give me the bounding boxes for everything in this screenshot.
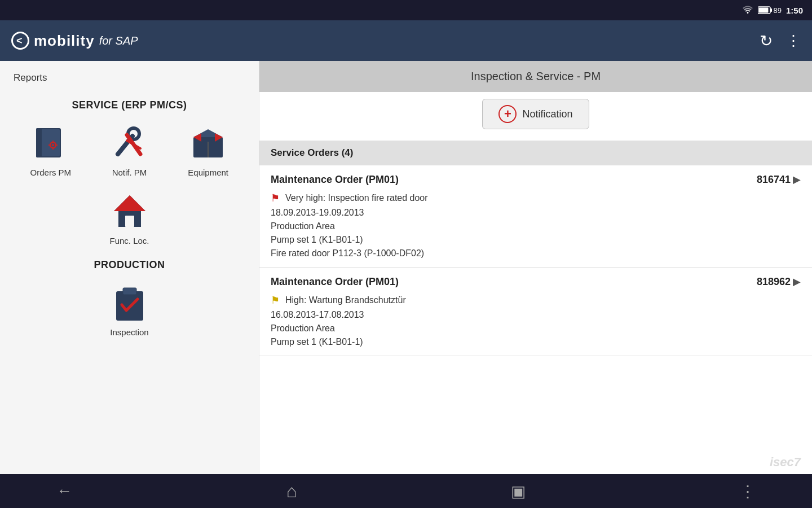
refresh-icon[interactable]: ↻ (760, 32, 773, 50)
sidebar-item-equipment[interactable]: Equipment (177, 122, 239, 177)
order-2-area: Production Area (271, 323, 335, 334)
service-orders-header: Service Orders (4) (259, 141, 812, 165)
app-bar: < mobility for SAP ↻ ⋮ (0, 20, 812, 61)
sidebar-item-notif-pm[interactable]: Notif. PM (98, 122, 160, 177)
more-options-button[interactable]: ⋮ (740, 482, 756, 501)
notification-btn-wrapper: + Notification (259, 99, 812, 129)
order-2-pump: Pump set 1 (K1-B01-1) (271, 337, 363, 347)
svg-text:<: < (16, 35, 23, 46)
svg-marker-24 (114, 195, 145, 211)
order-1-type: Maintenance Order (PM01) (271, 174, 399, 186)
order-1-priority-flag: ⚑ (271, 192, 280, 204)
app-bar-actions: ↻ ⋮ (760, 32, 801, 50)
logo-for-sap: for SAP (99, 34, 138, 47)
production-icon-grid: Inspection (0, 282, 259, 337)
orders-pm-label: Orders PM (30, 168, 72, 177)
bottom-nav: ← ⌂ ▣ ⋮ (0, 474, 812, 508)
svg-rect-13 (56, 144, 58, 146)
maintenance-order-2[interactable]: Maintenance Order (PM01) 818962 ▶ ⚑ High… (259, 268, 812, 356)
order-1-description: Very high: Inspection fire rated door (285, 193, 428, 203)
battery-percent: 89 (774, 6, 782, 15)
equipment-label: Equipment (188, 168, 228, 177)
func-loc-label: Func. Loc. (109, 236, 149, 246)
order-2-dates: 16.08.2013-17.08.2013 (271, 310, 364, 320)
order-1-title-row: Maintenance Order (PM01) 816741 ▶ (271, 165, 801, 190)
order-2-priority-flag: ⚑ (271, 294, 280, 306)
svg-rect-12 (48, 144, 50, 146)
notification-plus-icon: + (498, 105, 517, 123)
sidebar: Reports SERVICE (ERP PM/CS) (0, 61, 259, 474)
production-section-title: PRODUCTION (0, 259, 259, 271)
maintenance-order-1[interactable]: Maintenance Order (PM01) 816741 ▶ ⚑ Very… (259, 165, 812, 268)
more-menu-icon[interactable]: ⋮ (786, 32, 801, 50)
battery-icon: 89 (758, 6, 782, 15)
isec7-watermark: isec7 (770, 455, 801, 470)
order-1-dates-row: 18.09.2013-19.09.2013 (271, 206, 801, 220)
content-header: Inspection & Service - PM (259, 61, 812, 92)
svg-rect-10 (52, 141, 54, 142)
service-icon-grid: Orders PM Notif. PM (0, 122, 259, 177)
order-2-title-row: Maintenance Order (PM01) 818962 ▶ (271, 268, 801, 292)
order-2-chevron: ▶ (793, 275, 801, 288)
notif-pm-icon (109, 122, 149, 163)
notification-button[interactable]: + Notification (482, 99, 589, 129)
order-1-door-row: Fire rated door P112-3 (P-1000-DF02) (271, 247, 801, 260)
order-1-chevron: ▶ (793, 173, 801, 186)
sidebar-item-inspection[interactable]: Inspection (99, 282, 161, 337)
svg-rect-2 (770, 8, 772, 12)
svg-rect-1 (758, 8, 768, 13)
notif-pm-label: Notif. PM (112, 168, 147, 177)
status-time: 1:50 (786, 6, 803, 15)
func-loc-icon (109, 191, 150, 231)
order-1-description-row: ⚑ Very high: Inspection fire rated door (271, 190, 801, 206)
back-button[interactable]: ← (56, 482, 72, 500)
recent-apps-button[interactable]: ▣ (511, 482, 526, 501)
main-layout: Reports SERVICE (ERP PM/CS) (0, 61, 812, 474)
reports-label: Reports (0, 68, 259, 93)
content-panel: Inspection & Service - PM + Notification… (259, 61, 812, 474)
order-2-type: Maintenance Order (PM01) (271, 276, 399, 288)
svg-rect-25 (125, 216, 134, 227)
order-1-pump-row: Pump set 1 (K1-B01-1) (271, 233, 801, 247)
svg-point-9 (52, 144, 54, 146)
order-1-dates: 18.09.2013-19.09.2013 (271, 208, 364, 218)
order-2-description: High: Wartung Brandschutztür (285, 295, 406, 305)
service-section-title: SERVICE (ERP PM/CS) (0, 99, 259, 111)
order-1-pump: Pump set 1 (K1-B01-1) (271, 235, 363, 245)
order-1-area-row: Production Area (271, 220, 801, 233)
svg-rect-27 (123, 288, 136, 295)
status-bar: 89 1:50 (0, 0, 812, 20)
order-2-area-row: Production Area (271, 322, 801, 335)
status-icons: 89 1:50 (742, 6, 804, 15)
order-2-pump-row: Pump set 1 (K1-B01-1) (271, 335, 801, 349)
order-1-id: 816741 (757, 174, 791, 186)
order-1-door: Fire rated door P112-3 (P-1000-DF02) (271, 248, 424, 259)
logo-text: mobility (34, 32, 95, 50)
order-2-id: 818962 (757, 276, 791, 288)
sidebar-item-func-loc[interactable]: Func. Loc. (99, 191, 161, 246)
equipment-icon (188, 122, 228, 163)
home-button[interactable]: ⌂ (286, 481, 297, 502)
order-2-dates-row: 16.08.2013-17.08.2013 (271, 308, 801, 322)
inspection-icon (109, 282, 150, 323)
svg-rect-11 (52, 148, 54, 150)
order-1-area: Production Area (271, 221, 335, 231)
logo-icon: < (11, 32, 29, 50)
notification-btn-label: Notification (522, 108, 572, 120)
inspection-label: Inspection (110, 327, 148, 337)
wifi-icon (742, 6, 753, 15)
app-logo: < mobility for SAP (11, 32, 138, 50)
order-2-description-row: ⚑ High: Wartung Brandschutztür (271, 292, 801, 308)
sidebar-item-orders-pm[interactable]: Orders PM (20, 122, 82, 177)
svg-rect-7 (36, 128, 42, 157)
orders-pm-icon (30, 122, 71, 163)
func-loc-grid: Func. Loc. (0, 191, 259, 246)
